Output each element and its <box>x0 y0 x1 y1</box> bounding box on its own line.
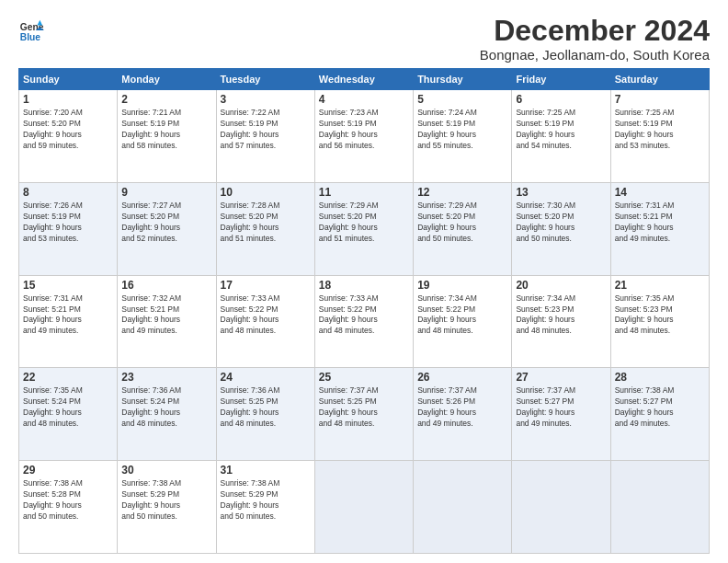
day-number: 13 <box>516 186 606 199</box>
day-info: Sunrise: 7:25 AMSunset: 5:19 PMDaylight:… <box>615 108 705 152</box>
table-cell: 22Sunrise: 7:35 AMSunset: 5:24 PMDayligh… <box>19 368 118 461</box>
table-cell: 12Sunrise: 7:29 AMSunset: 5:20 PMDayligh… <box>414 182 512 275</box>
table-cell: 15Sunrise: 7:31 AMSunset: 5:21 PMDayligh… <box>19 275 118 368</box>
day-info: Sunrise: 7:22 AMSunset: 5:19 PMDaylight:… <box>221 108 311 152</box>
logo: General Blue <box>18 18 44 44</box>
day-info: Sunrise: 7:37 AMSunset: 5:27 PMDaylight:… <box>516 385 606 430</box>
calendar-table: Sunday Monday Tuesday Wednesday Thursday… <box>18 68 710 554</box>
day-number: 27 <box>516 371 606 384</box>
day-number: 2 <box>121 93 211 106</box>
day-number: 1 <box>23 93 113 106</box>
day-number: 6 <box>516 93 606 106</box>
weekday-header-row: Sunday Monday Tuesday Wednesday Thursday… <box>19 69 710 90</box>
day-info: Sunrise: 7:21 AMSunset: 5:19 PMDaylight:… <box>121 108 211 152</box>
day-info: Sunrise: 7:38 AMSunset: 5:29 PMDaylight:… <box>221 478 311 523</box>
day-info: Sunrise: 7:24 AMSunset: 5:19 PMDaylight:… <box>417 108 507 152</box>
day-number: 16 <box>121 279 211 292</box>
table-cell: 27Sunrise: 7:37 AMSunset: 5:27 PMDayligh… <box>512 368 610 461</box>
day-number: 23 <box>121 371 211 384</box>
day-number: 14 <box>615 186 705 199</box>
table-cell <box>314 461 413 554</box>
day-number: 22 <box>23 371 113 384</box>
day-number: 24 <box>221 371 311 384</box>
day-number: 11 <box>319 186 409 199</box>
table-cell <box>512 461 610 554</box>
table-cell: 5Sunrise: 7:24 AMSunset: 5:19 PMDaylight… <box>414 90 512 183</box>
day-number: 20 <box>516 279 606 292</box>
table-cell: 29Sunrise: 7:38 AMSunset: 5:28 PMDayligh… <box>19 461 118 554</box>
title-block: December 2024 Bongnae, Jeollanam-do, Sou… <box>480 15 710 63</box>
day-number: 26 <box>417 371 507 384</box>
calendar-page: General Blue December 2024 Bongnae, Jeol… <box>0 0 728 563</box>
table-cell: 24Sunrise: 7:36 AMSunset: 5:25 PMDayligh… <box>216 368 314 461</box>
day-info: Sunrise: 7:38 AMSunset: 5:29 PMDaylight:… <box>121 478 211 523</box>
table-cell: 31Sunrise: 7:38 AMSunset: 5:29 PMDayligh… <box>216 461 314 554</box>
table-cell: 13Sunrise: 7:30 AMSunset: 5:20 PMDayligh… <box>512 182 610 275</box>
table-cell: 6Sunrise: 7:25 AMSunset: 5:19 PMDaylight… <box>512 90 610 183</box>
header-tuesday: Tuesday <box>216 69 314 90</box>
day-number: 18 <box>319 279 409 292</box>
day-info: Sunrise: 7:37 AMSunset: 5:25 PMDaylight:… <box>319 385 409 430</box>
table-cell: 21Sunrise: 7:35 AMSunset: 5:23 PMDayligh… <box>610 275 709 368</box>
day-number: 28 <box>615 371 705 384</box>
day-number: 10 <box>221 186 311 199</box>
day-info: Sunrise: 7:36 AMSunset: 5:25 PMDaylight:… <box>221 385 311 430</box>
subtitle: Bongnae, Jeollanam-do, South Korea <box>480 47 710 63</box>
calendar-row-5: 29Sunrise: 7:38 AMSunset: 5:28 PMDayligh… <box>19 461 710 554</box>
day-info: Sunrise: 7:35 AMSunset: 5:23 PMDaylight:… <box>615 293 705 338</box>
header-thursday: Thursday <box>414 69 512 90</box>
day-info: Sunrise: 7:30 AMSunset: 5:20 PMDaylight:… <box>516 201 606 245</box>
day-number: 15 <box>23 279 113 292</box>
table-cell: 16Sunrise: 7:32 AMSunset: 5:21 PMDayligh… <box>118 275 216 368</box>
calendar-row-1: 1Sunrise: 7:20 AMSunset: 5:20 PMDaylight… <box>19 90 710 183</box>
day-number: 12 <box>417 186 507 199</box>
day-number: 25 <box>319 371 409 384</box>
table-cell: 3Sunrise: 7:22 AMSunset: 5:19 PMDaylight… <box>216 90 314 183</box>
table-cell: 30Sunrise: 7:38 AMSunset: 5:29 PMDayligh… <box>118 461 216 554</box>
day-number: 31 <box>221 464 311 477</box>
day-info: Sunrise: 7:32 AMSunset: 5:21 PMDaylight:… <box>121 293 211 338</box>
day-number: 5 <box>417 93 507 106</box>
day-info: Sunrise: 7:33 AMSunset: 5:22 PMDaylight:… <box>221 293 311 338</box>
table-cell: 9Sunrise: 7:27 AMSunset: 5:20 PMDaylight… <box>118 182 216 275</box>
header-friday: Friday <box>512 69 610 90</box>
day-number: 7 <box>615 93 705 106</box>
day-number: 3 <box>221 93 311 106</box>
day-info: Sunrise: 7:29 AMSunset: 5:20 PMDaylight:… <box>319 201 409 245</box>
day-info: Sunrise: 7:33 AMSunset: 5:22 PMDaylight:… <box>319 293 409 338</box>
day-info: Sunrise: 7:34 AMSunset: 5:22 PMDaylight:… <box>417 293 507 338</box>
table-cell: 25Sunrise: 7:37 AMSunset: 5:25 PMDayligh… <box>314 368 413 461</box>
day-number: 30 <box>121 464 211 477</box>
day-info: Sunrise: 7:31 AMSunset: 5:21 PMDaylight:… <box>23 293 113 338</box>
svg-text:Blue: Blue <box>20 32 41 42</box>
table-cell: 17Sunrise: 7:33 AMSunset: 5:22 PMDayligh… <box>216 275 314 368</box>
day-info: Sunrise: 7:37 AMSunset: 5:26 PMDaylight:… <box>417 385 507 430</box>
day-info: Sunrise: 7:28 AMSunset: 5:20 PMDaylight:… <box>221 201 311 245</box>
day-number: 9 <box>121 186 211 199</box>
main-title: December 2024 <box>480 15 710 47</box>
day-info: Sunrise: 7:26 AMSunset: 5:19 PMDaylight:… <box>23 201 113 245</box>
day-number: 8 <box>23 186 113 199</box>
table-cell: 23Sunrise: 7:36 AMSunset: 5:24 PMDayligh… <box>118 368 216 461</box>
day-info: Sunrise: 7:23 AMSunset: 5:19 PMDaylight:… <box>319 108 409 152</box>
day-info: Sunrise: 7:20 AMSunset: 5:20 PMDaylight:… <box>23 108 113 152</box>
table-cell: 10Sunrise: 7:28 AMSunset: 5:20 PMDayligh… <box>216 182 314 275</box>
table-cell: 8Sunrise: 7:26 AMSunset: 5:19 PMDaylight… <box>19 182 118 275</box>
header-monday: Monday <box>118 69 216 90</box>
header-sunday: Sunday <box>19 69 118 90</box>
day-number: 4 <box>319 93 409 106</box>
day-info: Sunrise: 7:36 AMSunset: 5:24 PMDaylight:… <box>121 385 211 430</box>
table-cell <box>610 461 709 554</box>
header: General Blue December 2024 Bongnae, Jeol… <box>18 15 710 63</box>
table-cell: 26Sunrise: 7:37 AMSunset: 5:26 PMDayligh… <box>414 368 512 461</box>
calendar-row-4: 22Sunrise: 7:35 AMSunset: 5:24 PMDayligh… <box>19 368 710 461</box>
header-wednesday: Wednesday <box>314 69 413 90</box>
calendar-row-3: 15Sunrise: 7:31 AMSunset: 5:21 PMDayligh… <box>19 275 710 368</box>
day-info: Sunrise: 7:38 AMSunset: 5:28 PMDaylight:… <box>23 478 113 523</box>
table-cell: 2Sunrise: 7:21 AMSunset: 5:19 PMDaylight… <box>118 90 216 183</box>
table-cell: 28Sunrise: 7:38 AMSunset: 5:27 PMDayligh… <box>610 368 709 461</box>
logo-icon: General Blue <box>18 18 44 44</box>
table-cell: 4Sunrise: 7:23 AMSunset: 5:19 PMDaylight… <box>314 90 413 183</box>
table-cell: 20Sunrise: 7:34 AMSunset: 5:23 PMDayligh… <box>512 275 610 368</box>
table-cell <box>414 461 512 554</box>
